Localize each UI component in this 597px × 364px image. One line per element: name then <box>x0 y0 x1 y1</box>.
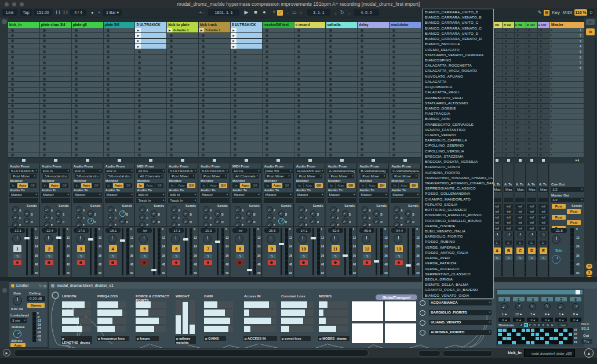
clear-button[interactable]: clear <box>558 323 568 327</box>
clip-slot[interactable] <box>167 71 198 76</box>
return-send-value[interactable]: -inf <box>538 215 548 220</box>
clip-stop-icon[interactable] <box>392 34 395 37</box>
multislider[interactable] <box>281 326 314 332</box>
clip-stop-icon[interactable] <box>329 34 332 37</box>
seq-grid-cell[interactable] <box>498 341 502 344</box>
clip-stop-icon[interactable] <box>138 115 141 118</box>
clip-slot[interactable] <box>72 147 103 151</box>
clip-stop-icon[interactable] <box>265 78 268 81</box>
dropdown-item[interactable]: BIANCO_GOBBIE <box>423 105 493 111</box>
multislider[interactable] <box>97 326 126 332</box>
clip-stop-icon[interactable] <box>11 132 14 134</box>
clip-slot[interactable] <box>167 55 198 60</box>
return-slot[interactable] <box>526 49 537 54</box>
clip-stop-icon[interactable] <box>265 99 268 102</box>
multislider[interactable] <box>97 318 126 324</box>
clip-stop-icon[interactable] <box>329 143 332 145</box>
clip-slot[interactable] <box>231 136 262 141</box>
clip-slot[interactable] <box>294 88 326 92</box>
volume-fader-handle[interactable] <box>247 269 252 271</box>
clip-slot[interactable] <box>167 77 198 81</box>
monitor-in-button[interactable]: In <box>232 183 239 188</box>
return-extra-box[interactable] <box>504 198 513 202</box>
send-c-knob[interactable] <box>330 214 337 220</box>
clip-slot[interactable] <box>104 104 135 108</box>
clip-stop-icon[interactable] <box>234 115 236 118</box>
clip-stop-icon[interactable] <box>202 83 205 86</box>
clip-slot[interactable] <box>231 88 262 92</box>
return-slot[interactable] <box>538 77 549 81</box>
master-volume-display[interactable]: -21.5 <box>551 228 567 233</box>
clip-stop-icon[interactable] <box>43 50 46 53</box>
send-c-knob[interactable] <box>108 214 114 220</box>
send-e-knob[interactable] <box>330 221 337 228</box>
slot-stop-icon[interactable] <box>505 40 507 42</box>
return-slot[interactable] <box>526 109 537 114</box>
clip-slot[interactable] <box>167 125 198 130</box>
seq-grid-cell[interactable] <box>498 333 502 336</box>
patcher-object[interactable]: p ACCESS IN <box>243 336 277 341</box>
midi-keyboard-toggle[interactable]: ▦ <box>544 10 549 16</box>
scene-slot[interactable]: ▶5 <box>549 49 584 54</box>
scene-play-icon[interactable]: ▶ <box>551 66 552 69</box>
clip-stop-icon[interactable] <box>297 34 300 37</box>
slot-stop-icon[interactable] <box>516 121 519 123</box>
solo-button[interactable]: S <box>395 254 403 259</box>
clip-stop-icon[interactable] <box>234 110 236 113</box>
slot-stop-icon[interactable] <box>505 94 507 96</box>
clip-slot[interactable] <box>72 82 103 86</box>
track-header[interactable]: delay <box>358 22 389 28</box>
return-pan-knob[interactable] <box>494 232 500 238</box>
return-send-value[interactable]: -inf <box>527 209 536 214</box>
clip-slot[interactable] <box>263 55 294 60</box>
clip-slot[interactable] <box>104 152 135 157</box>
device-box[interactable] <box>418 350 441 356</box>
clip-stop-icon[interactable] <box>75 148 78 151</box>
scrollbar[interactable] <box>595 38 596 261</box>
return-slot[interactable] <box>538 49 549 54</box>
track-activator[interactable]: 13 <box>395 245 403 252</box>
multislider[interactable] <box>136 301 166 308</box>
clip-slot[interactable] <box>263 88 294 92</box>
clip-slot[interactable] <box>8 44 39 49</box>
clip-stop-icon[interactable] <box>234 132 236 134</box>
dropdown-item[interactable]: VERDE_PATRIZIA <box>423 260 493 265</box>
seq-step-button[interactable]: 4 <box>541 297 553 301</box>
clip-stop-icon[interactable] <box>107 67 110 70</box>
monitor-off-button[interactable]: Off <box>155 183 163 188</box>
scene-play-icon[interactable]: ▶ <box>551 142 552 145</box>
clip-slot[interactable] <box>389 136 421 141</box>
clip-stop-icon[interactable] <box>265 132 268 134</box>
send-c-knob[interactable] <box>44 214 50 220</box>
return-slot[interactable] <box>515 88 526 92</box>
clip-stop-icon[interactable] <box>138 126 141 129</box>
clip-stop-icon[interactable] <box>75 132 78 134</box>
clip-slot[interactable] <box>358 28 389 32</box>
clip-stop-icon[interactable] <box>11 104 14 107</box>
return-slot[interactable] <box>526 152 537 157</box>
clip-stop-icon[interactable] <box>11 137 14 140</box>
multislider[interactable] <box>62 301 91 308</box>
send-b-knob[interactable] <box>278 210 285 217</box>
midi-clip-slot[interactable]: ▶ <box>231 28 262 32</box>
return-slot[interactable] <box>538 82 549 86</box>
slot-stop-icon[interactable] <box>540 110 542 112</box>
clip-stop-icon[interactable] <box>329 88 332 91</box>
seq-knob[interactable] <box>515 303 522 310</box>
clip-play-icon[interactable]: ▶ <box>231 39 236 43</box>
dropdown-item[interactable]: VERDE_IMPERIALE <box>423 245 493 250</box>
clip-stop-icon[interactable] <box>138 121 141 123</box>
dropdown-item[interactable]: BARDIGLIO_COSTA <box>423 164 493 169</box>
clip-slot[interactable] <box>104 136 135 141</box>
return-slot[interactable] <box>515 109 526 114</box>
slot-stop-icon[interactable] <box>505 99 507 101</box>
return-slot[interactable] <box>538 71 549 76</box>
seq-grid-cell[interactable] <box>512 341 516 344</box>
clip-stop-icon[interactable] <box>170 121 173 123</box>
clip-stop-icon[interactable] <box>361 154 363 156</box>
slot-stop-icon[interactable] <box>516 99 519 101</box>
clip-stop-icon[interactable] <box>392 83 395 86</box>
clip-slot[interactable] <box>231 147 262 151</box>
send-b-knob[interactable] <box>151 210 157 217</box>
time-signature[interactable]: 4 / 4 <box>70 9 86 16</box>
